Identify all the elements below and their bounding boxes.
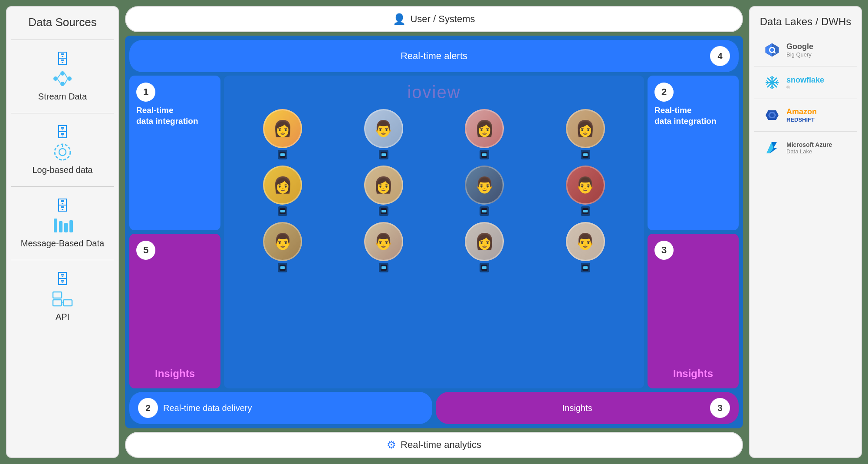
avatar-badge-10 bbox=[379, 263, 388, 272]
avatar-cell-8: 👨 bbox=[538, 166, 633, 216]
message-icon bbox=[51, 214, 74, 239]
bigquery-name: Google Big Query bbox=[786, 42, 813, 58]
avatar-badge-9 bbox=[278, 263, 287, 272]
dw-item-snowflake: snowflake ® bbox=[754, 66, 857, 99]
avatar-3: 👩 bbox=[465, 109, 504, 148]
user-systems-bar: 👤 User / Systems bbox=[125, 6, 743, 32]
bigquery-brand: Google bbox=[786, 42, 813, 51]
right-sidebar-title: Data Lakes / DWHs bbox=[760, 16, 852, 28]
snowflake-brand: snowflake bbox=[786, 76, 824, 85]
redshift-sub: REDSHIFT bbox=[786, 116, 817, 123]
alerts-badge: 4 bbox=[710, 46, 730, 66]
svg-rect-32 bbox=[482, 210, 487, 212]
svg-rect-26 bbox=[583, 153, 588, 156]
avatar-cell-10: 👨 bbox=[336, 222, 431, 272]
ioview-logo: ioview bbox=[407, 83, 460, 102]
insights-bottom-bar: Insights 3 bbox=[436, 392, 739, 424]
inner-area: Real-time alerts 4 1 Real-timedata integ… bbox=[125, 36, 743, 428]
svg-rect-22 bbox=[381, 153, 386, 156]
snowflake-icon bbox=[763, 73, 781, 92]
panel-5-insights: Insights bbox=[129, 368, 220, 380]
avatar-badge-3 bbox=[480, 150, 489, 159]
svg-rect-34 bbox=[583, 210, 588, 212]
avatar-badge-11 bbox=[480, 263, 489, 272]
left-top-panel: 1 Real-timedata integration bbox=[129, 76, 220, 230]
azure-icon bbox=[763, 139, 781, 157]
svg-line-6 bbox=[65, 73, 67, 78]
bigquery-sub: Big Query bbox=[786, 51, 813, 58]
svg-rect-36 bbox=[280, 266, 285, 269]
azure-brand: Microsoft Azure bbox=[786, 141, 832, 148]
avatar-cell-12: 👨 bbox=[538, 222, 633, 272]
middle-row: 1 Real-timedata integration 5 Insights i… bbox=[129, 76, 739, 388]
svg-point-1 bbox=[60, 71, 65, 76]
db-icon-api: 🗄 bbox=[56, 272, 69, 288]
panel-3-number: 3 bbox=[654, 241, 674, 260]
svg-rect-40 bbox=[482, 266, 487, 269]
stream-icon bbox=[51, 67, 74, 92]
svg-point-0 bbox=[53, 76, 58, 81]
avatar-cell-5: 👩 bbox=[235, 166, 330, 216]
avatar-badge-1 bbox=[278, 150, 287, 159]
user-icon: 👤 bbox=[393, 13, 406, 25]
avatar-cell-4: 👩 bbox=[538, 109, 633, 159]
redshift-icon bbox=[763, 106, 781, 124]
dw-item-redshift: Amazon REDSHIFT bbox=[754, 99, 857, 132]
avatar-cell-11: 👩 bbox=[437, 222, 532, 272]
svg-rect-13 bbox=[64, 223, 68, 232]
api-label: API bbox=[56, 312, 69, 322]
avatar-2: 👨 bbox=[364, 109, 403, 148]
svg-point-9 bbox=[59, 149, 66, 156]
avatar-cell-2: 👨 bbox=[336, 109, 431, 159]
avatar-badge-2 bbox=[379, 150, 388, 159]
svg-rect-30 bbox=[381, 210, 386, 212]
avatar-6: 👩 bbox=[364, 166, 403, 205]
divider-4 bbox=[11, 260, 114, 260]
bigquery-icon bbox=[763, 41, 781, 59]
sidebar-item-log: 🗄 Log-based data bbox=[11, 118, 114, 182]
insights-bottom-label: Insights bbox=[444, 403, 710, 413]
svg-point-60 bbox=[771, 81, 773, 84]
bottom-bar-inner: 2 Real-time data delivery Insights 3 bbox=[129, 392, 739, 424]
svg-point-3 bbox=[67, 76, 72, 81]
azure-name: Microsoft Azure Data Lake bbox=[786, 141, 832, 155]
right-panels: 2 Real-timedata integration 3 Insights bbox=[648, 76, 739, 388]
avatar-badge-12 bbox=[581, 263, 590, 272]
avatar-1: 👩 bbox=[263, 109, 302, 148]
panel-5-number: 5 bbox=[136, 241, 155, 260]
db-icon-stream: 🗄 bbox=[56, 51, 69, 67]
dw-item-azure: Microsoft Azure Data Lake bbox=[754, 132, 857, 164]
logo-view: view bbox=[423, 83, 461, 102]
panel-2-text: Real-timedata integration bbox=[654, 105, 732, 126]
left-sidebar: Data Sources 🗄 Stream Data 🗄 bbox=[6, 6, 119, 458]
message-label: Message-Based Data bbox=[21, 239, 104, 249]
snowflake-name: snowflake ® bbox=[786, 76, 824, 90]
delivery-badge: 2 bbox=[138, 398, 158, 418]
center-panel: ioview 👩 👨 bbox=[224, 76, 644, 388]
svg-rect-24 bbox=[482, 153, 487, 156]
sidebar-item-stream: 🗄 Stream Data bbox=[11, 44, 114, 109]
avatar-badge-5 bbox=[278, 206, 287, 216]
snowflake-trademark: ® bbox=[786, 85, 824, 90]
api-icon bbox=[51, 288, 74, 312]
panel-1-text: Real-timedata integration bbox=[136, 105, 214, 126]
delivery-bar: 2 Real-time data delivery bbox=[129, 392, 432, 424]
stream-label: Stream Data bbox=[38, 92, 87, 102]
log-icon bbox=[51, 141, 74, 165]
divider-2 bbox=[11, 113, 114, 113]
left-bottom-panel: 5 Insights bbox=[129, 234, 220, 388]
panel-1-number: 1 bbox=[136, 83, 155, 102]
sidebar-item-api: 🗄 API bbox=[11, 265, 114, 329]
dw-item-bigquery: Google Big Query bbox=[754, 34, 857, 66]
svg-line-5 bbox=[58, 80, 60, 83]
panel-2-number: 2 bbox=[654, 83, 674, 102]
gear-icon: ⚙ bbox=[387, 439, 396, 451]
svg-rect-11 bbox=[54, 219, 57, 232]
svg-rect-12 bbox=[59, 221, 62, 232]
logo-io: io bbox=[407, 83, 422, 102]
right-sidebar: Data Lakes / DWHs Google Big Query bbox=[749, 6, 862, 458]
log-label: Log-based data bbox=[32, 165, 92, 175]
avatar-badge-7 bbox=[480, 206, 489, 216]
avatar-cell-1: 👩 bbox=[235, 109, 330, 159]
panel-3-insights: Insights bbox=[648, 368, 739, 380]
